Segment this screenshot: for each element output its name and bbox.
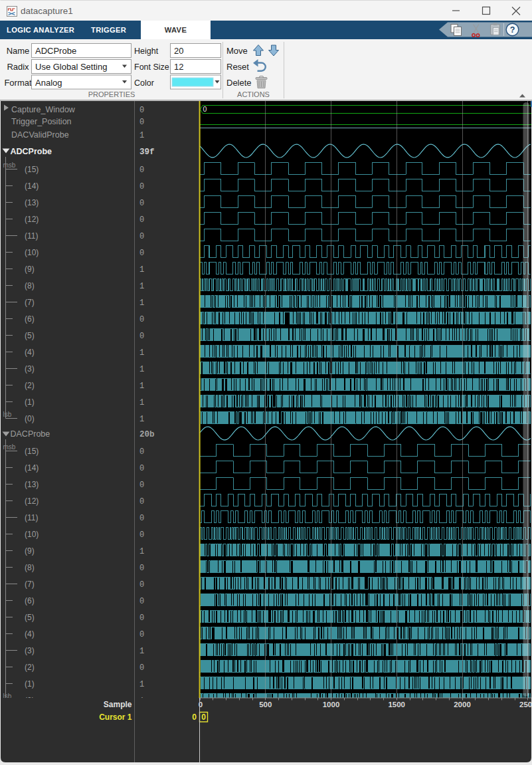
svg-text:Sample: Sample: [104, 700, 132, 709]
svg-text:0: 0: [139, 497, 144, 506]
svg-text:(14): (14): [25, 181, 39, 191]
svg-text:0: 0: [139, 232, 144, 241]
svg-text:DACProbe: DACProbe: [11, 429, 50, 439]
svg-text:0: 0: [139, 530, 144, 540]
svg-text:1: 1: [139, 282, 144, 291]
svg-text:Trigger_Position: Trigger_Position: [11, 117, 72, 126]
svg-text:(15): (15): [25, 447, 39, 456]
svg-text:(6): (6): [25, 596, 35, 605]
svg-text:(12): (12): [25, 496, 39, 506]
svg-text:2500: 2500: [519, 701, 532, 709]
svg-text:Reset: Reset: [226, 62, 249, 72]
svg-text:(10): (10): [25, 530, 39, 539]
svg-text:Analog: Analog: [35, 78, 62, 88]
svg-text:msb: msb: [3, 443, 16, 451]
svg-text:0: 0: [139, 106, 144, 115]
svg-text:(0): (0): [25, 414, 35, 423]
svg-text:0: 0: [139, 215, 144, 225]
svg-text:0: 0: [139, 630, 144, 639]
svg-text:(1): (1): [25, 679, 35, 689]
svg-text:0: 0: [139, 118, 144, 127]
svg-text:20b: 20b: [139, 430, 155, 439]
svg-text:1: 1: [139, 398, 144, 407]
svg-text:1: 1: [139, 298, 144, 308]
svg-text:Format: Format: [4, 78, 32, 88]
svg-text:0: 0: [192, 712, 197, 722]
svg-text:1: 1: [139, 415, 144, 424]
svg-text:(10): (10): [25, 248, 39, 257]
svg-text:PROPERTIES: PROPERTIES: [88, 90, 135, 98]
svg-text:Capture_Window: Capture_Window: [11, 105, 76, 114]
svg-text:(7): (7): [25, 298, 35, 307]
svg-text:(8): (8): [25, 281, 35, 290]
svg-text:0: 0: [139, 249, 144, 258]
svg-text:0: 0: [139, 663, 144, 673]
svg-text:20: 20: [174, 46, 183, 56]
svg-text:0: 0: [139, 514, 144, 523]
svg-text:Delete: Delete: [226, 78, 252, 88]
svg-text:(5): (5): [25, 613, 35, 622]
svg-text:2000: 2000: [454, 701, 471, 709]
svg-text:1: 1: [139, 680, 144, 689]
svg-text:0: 0: [201, 712, 206, 722]
svg-text:1: 1: [139, 547, 144, 556]
svg-text:(3): (3): [25, 364, 35, 374]
svg-text:LOGIC ANALYZER: LOGIC ANALYZER: [7, 26, 74, 34]
svg-text:0: 0: [199, 701, 203, 709]
svg-text:(1): (1): [25, 397, 35, 407]
svg-text:lsb: lsb: [3, 411, 12, 418]
svg-text:ACTIONS: ACTIONS: [237, 90, 270, 98]
svg-text:(5): (5): [25, 331, 35, 340]
svg-text:Height: Height: [134, 47, 159, 56]
svg-text:0: 0: [139, 182, 144, 191]
svg-text:(15): (15): [25, 165, 39, 174]
svg-text:0: 0: [139, 580, 144, 590]
svg-text:0: 0: [139, 199, 144, 208]
svg-text:(11): (11): [25, 231, 38, 241]
svg-text:12: 12: [174, 62, 183, 72]
svg-text:DACValidProbe: DACValidProbe: [11, 130, 69, 140]
svg-text:(2): (2): [25, 381, 35, 390]
svg-text:0: 0: [139, 613, 144, 623]
svg-text:WAVE: WAVE: [165, 26, 187, 34]
svg-text:1: 1: [139, 365, 144, 374]
svg-text:0: 0: [139, 564, 144, 573]
svg-text:1500: 1500: [388, 701, 405, 709]
svg-text:0: 0: [139, 481, 144, 490]
svg-text:(12): (12): [25, 215, 39, 224]
svg-text:Color: Color: [134, 78, 154, 88]
svg-text:1000: 1000: [323, 701, 340, 709]
svg-text:Cursor 1: Cursor 1: [99, 712, 132, 722]
svg-text:1: 1: [139, 131, 144, 140]
svg-text:1: 1: [139, 265, 144, 274]
svg-text:(4): (4): [25, 629, 35, 639]
svg-text:Name: Name: [7, 46, 30, 56]
svg-text:500: 500: [259, 701, 272, 709]
svg-text:(2): (2): [25, 663, 35, 672]
svg-text:0: 0: [203, 105, 207, 113]
svg-text:(6): (6): [25, 314, 35, 324]
svg-text:ADCProbe: ADCProbe: [11, 147, 52, 156]
svg-text:1: 1: [139, 382, 144, 391]
svg-text:(7): (7): [25, 580, 35, 589]
svg-text:Use Global Setting: Use Global Setting: [35, 62, 107, 72]
svg-text:1: 1: [139, 348, 144, 358]
svg-text:msb: msb: [3, 162, 16, 169]
svg-text:Font Size: Font Size: [134, 62, 169, 72]
svg-text:(8): (8): [25, 563, 35, 572]
svg-text:0: 0: [139, 332, 144, 341]
svg-text:1: 1: [139, 647, 144, 656]
svg-text:0: 0: [139, 447, 144, 457]
svg-text:0: 0: [139, 315, 144, 324]
svg-text:Move: Move: [226, 46, 248, 56]
svg-text:(13): (13): [25, 198, 39, 207]
svg-text:(11): (11): [25, 513, 38, 522]
svg-text:(9): (9): [25, 265, 35, 274]
svg-text:(3): (3): [25, 646, 35, 655]
svg-text:ADCProbe: ADCProbe: [35, 46, 76, 56]
svg-text:(14): (14): [25, 463, 39, 473]
svg-text:39f: 39f: [139, 148, 155, 157]
svg-text:Radix: Radix: [7, 62, 29, 72]
svg-text:datacapture1: datacapture1: [21, 6, 73, 16]
svg-text:(4): (4): [25, 348, 35, 357]
